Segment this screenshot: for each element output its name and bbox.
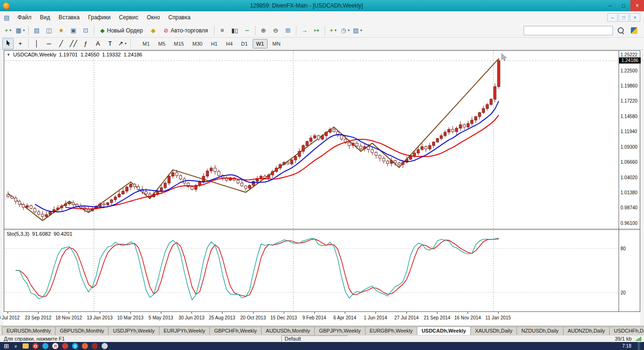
price-scale-border <box>619 51 619 311</box>
search-button[interactable] <box>615 25 626 36</box>
timeframe-mn[interactable]: MN <box>269 39 284 48</box>
chart-minimize-button[interactable]: – <box>607 13 618 22</box>
timeframe-w1[interactable]: W1 <box>253 39 268 48</box>
chart-close-button[interactable]: × <box>630 13 640 22</box>
auto-scroll-icon: → <box>302 27 308 33</box>
timeframe-h1[interactable]: H1 <box>207 39 221 48</box>
timeframe-m5[interactable]: M5 <box>154 39 169 48</box>
chart-tab-eurusdh[interactable]: EURUSDh,Monthly <box>2 326 56 335</box>
fibonacci-button[interactable]: ƒ <box>80 38 91 49</box>
window-maximize-button[interactable]: □ <box>617 0 630 11</box>
timeframe-m15[interactable]: M15 <box>170 39 188 48</box>
file-explorer-icon[interactable] <box>23 343 29 349</box>
time-scale[interactable]: 29 Jul 201223 Sep 201218 Nov 201213 Jan … <box>4 312 640 326</box>
timeframe-m1[interactable]: M1 <box>139 39 153 48</box>
chart-tab-xauusdh[interactable]: XAUUSDh,Daily <box>470 326 517 335</box>
internet-explorer-icon[interactable]: e <box>13 343 19 349</box>
market-watch-button[interactable]: ▤ <box>31 25 42 36</box>
show-desktop-button[interactable] <box>638 342 640 350</box>
zoom-out-button[interactable]: ⊖ <box>270 25 281 36</box>
arrows-button[interactable]: ↗▾ <box>117 38 128 49</box>
menu-item-3[interactable]: Графики <box>84 12 115 23</box>
chart-tab-audusdh[interactable]: AUDUSDh,Monthly <box>261 326 315 335</box>
chart-tab-audnzdh[interactable]: AUDNZDh,Daily <box>563 326 610 335</box>
zoom-in-button[interactable]: ⊕ <box>258 25 269 36</box>
periods-button[interactable]: ◷▾ <box>340 25 351 36</box>
app-blue-icon[interactable] <box>42 343 48 349</box>
main-chart-canvas[interactable] <box>4 51 619 229</box>
indicators-button[interactable]: +▾ <box>327 25 339 36</box>
search-input[interactable] <box>524 26 613 35</box>
templates-button[interactable]: ▨▾ <box>352 25 363 36</box>
auto-scroll-button[interactable]: → <box>299 25 310 36</box>
chart-tab-eurjpyh[interactable]: EURJPYh,Weekly <box>159 326 210 335</box>
timeframe-h4[interactable]: H4 <box>222 39 236 48</box>
app-gray-icon[interactable] <box>102 343 108 349</box>
mql5-community-button[interactable] <box>628 25 640 36</box>
yandex-browser-icon[interactable]: Я <box>52 343 58 349</box>
window-minimize-button[interactable]: – <box>603 0 617 11</box>
menu-item-0[interactable]: Файл <box>13 12 36 23</box>
data-window-button[interactable]: ◫ <box>43 25 55 36</box>
start-button[interactable]: ⊞ <box>4 343 9 349</box>
dropdown-caret-icon: ▾ <box>125 42 127 46</box>
autotrade-button[interactable]: ⊘Авто-торговля <box>160 25 212 36</box>
crosshair-button[interactable]: + <box>15 38 26 49</box>
tile-windows-button[interactable]: ⊞ <box>282 25 294 36</box>
menu-item-5[interactable]: Окно <box>143 12 164 23</box>
menu-item-4[interactable]: Сервис <box>115 12 143 23</box>
firefox-icon[interactable] <box>82 343 88 349</box>
skype-icon[interactable]: S <box>72 343 78 349</box>
opera-icon[interactable]: O <box>32 343 39 349</box>
equidistant-channel-button[interactable]: ╱╱ <box>68 38 79 49</box>
text-button[interactable]: A <box>92 38 103 49</box>
price-axis-label: 1.09300 <box>620 144 640 150</box>
horizontal-line-button[interactable]: ─ <box>43 38 55 49</box>
chart-tab-usdchfh[interactable]: USDCHFh,Daily <box>609 326 644 335</box>
terminal-button[interactable]: ▣ <box>68 25 79 36</box>
app-red-icon[interactable] <box>62 343 68 349</box>
chart-tab-gbpjpyh[interactable]: GBPJPYh,Weekly <box>314 326 365 335</box>
timeframe-d1[interactable]: D1 <box>238 39 252 48</box>
profiles-button[interactable]: ▦▾ <box>15 25 26 36</box>
indicator-canvas[interactable] <box>4 230 619 311</box>
chart-tabs-bar: EURUSDh,MonthlyGBPUSDh,MonthlyUSDJPYh,We… <box>0 326 644 335</box>
tile-windows-icon: ⊞ <box>286 27 291 33</box>
strategy-tester-button[interactable]: ⊡ <box>80 25 91 36</box>
chart-shift-button[interactable]: ↦ <box>311 25 322 36</box>
metaeditor-icon: ◆ <box>151 27 156 33</box>
chart-tab-usdcadh[interactable]: USDCADh,Weekly <box>417 326 471 335</box>
chart-restore-button[interactable]: □ <box>619 13 629 22</box>
window-close-button[interactable]: × <box>630 0 644 11</box>
time-axis-tick <box>375 312 376 314</box>
menu-item-2[interactable]: Вставка <box>55 12 84 23</box>
chart-tab-gbpchfh[interactable]: GBPCHFh,Weekly <box>209 326 262 335</box>
chart-tab-eurgbph[interactable]: EURGBPh,Weekly <box>365 326 418 335</box>
chart-line-button[interactable]: ∼ <box>241 25 253 36</box>
chart-tab-usdjpyh[interactable]: USDJPYh,Weekly <box>108 326 159 335</box>
navigator-button[interactable]: ★ <box>56 25 67 36</box>
vertical-line-button[interactable]: │ <box>31 38 42 49</box>
metaeditor-button[interactable]: ◆ <box>148 25 159 36</box>
chart-candles-button[interactable]: ▮▯ <box>229 25 240 36</box>
time-axis-tick <box>130 312 131 314</box>
chart-bars-button[interactable]: ≡ <box>217 25 228 36</box>
chart-tab-gbpusdh[interactable]: GBPUSDh,Monthly <box>55 326 109 335</box>
dropdown-caret-icon: ▾ <box>334 29 336 32</box>
time-axis-tick <box>468 312 468 314</box>
new-chart-button[interactable]: +▾ <box>2 25 14 36</box>
chart-tab-nzdusdh[interactable]: NZDUSDh,Daily <box>517 326 563 335</box>
text-label-button[interactable]: T <box>104 38 116 49</box>
zoom-in-icon: ⊕ <box>261 27 266 33</box>
timeframe-m30[interactable]: M30 <box>189 39 206 48</box>
menu-item-6[interactable]: Справка <box>164 12 195 23</box>
status-profile-box[interactable]: Default <box>281 335 348 342</box>
menu-item-1[interactable]: Вид <box>36 12 55 23</box>
app-darkred-icon[interactable] <box>92 343 98 349</box>
new-order-button[interactable]: ◆Новый Ордер <box>96 25 147 36</box>
taskbar-clock[interactable]: 7:18 <box>622 343 631 349</box>
collapse-arrow-icon[interactable]: ▼ <box>7 53 10 57</box>
cursor-button[interactable] <box>2 38 14 49</box>
trend-line-button[interactable]: ╱ <box>56 38 67 49</box>
chart-symbol-label: USDCADh,Weekly <box>13 52 56 57</box>
